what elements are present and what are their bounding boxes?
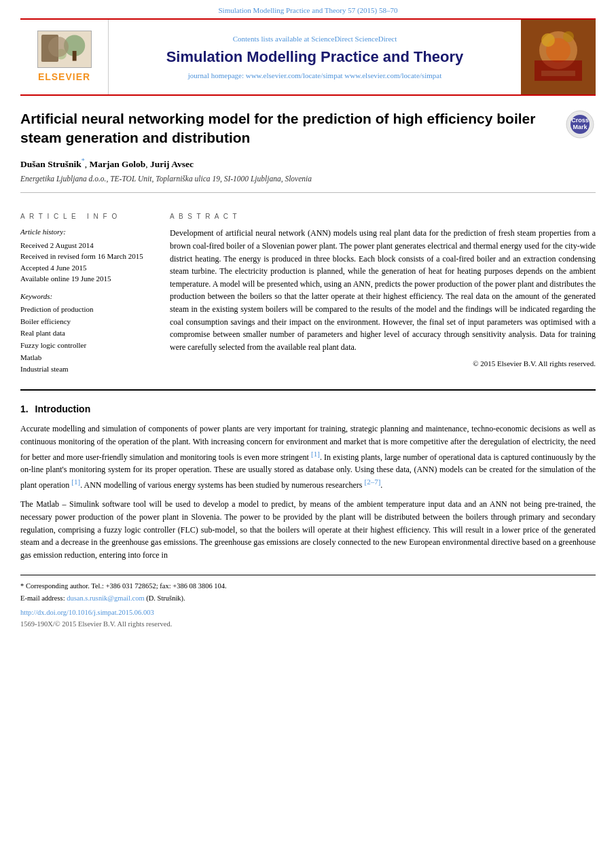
- article-info-abstract-section: A R T I C L E I N F O Article history: R…: [0, 205, 616, 382]
- abstract-text: Development of artificial neural network…: [170, 227, 596, 353]
- article-title: Artificial neural networking model for t…: [20, 109, 596, 147]
- article-info-label: A R T I C L E I N F O: [20, 212, 156, 221]
- svg-rect-2: [51, 40, 58, 61]
- svg-point-5: [56, 49, 67, 60]
- keywords-block: Keywords: Prediction of production Boile…: [20, 291, 156, 376]
- section-divider-thick: [20, 389, 596, 391]
- sciencedirect-text[interactable]: ScienceDirect: [355, 35, 397, 43]
- sciencedirect-link[interactable]: ScienceDirect: [311, 35, 353, 43]
- accepted-date: Accepted 4 June 2015: [20, 262, 156, 274]
- article-title-section: Cross Mark Artificial neural networking …: [0, 96, 616, 205]
- email-label: E-mail address:: [20, 594, 65, 602]
- author-3: Jurij Avsec: [150, 158, 194, 168]
- section-number: 1.: [20, 404, 29, 414]
- received-date: Received 2 August 2014: [20, 240, 156, 251]
- doi-link[interactable]: http://dx.doi.org/10.1016/j.simpat.2015.…: [20, 608, 596, 618]
- intro-paragraph-2: The Matlab – Simulink software tool will…: [20, 498, 596, 561]
- author-1: Dušan Strušnik: [20, 158, 81, 168]
- svg-rect-4: [72, 51, 76, 61]
- keyword-3: Real plant data: [20, 327, 156, 340]
- authors-line: Dušan Strušnik*, Marjan Golob, Jurij Avs…: [20, 156, 596, 171]
- keyword-5: Matlab: [20, 352, 156, 364]
- ref-2-7[interactable]: [2–7]: [365, 478, 381, 486]
- elsevier-logo-area: ELSEVIER: [20, 20, 109, 94]
- copyright-line: © 2015 Elsevier B.V. All rights reserved…: [170, 359, 596, 369]
- elsevier-wordmark: ELSEVIER: [38, 71, 90, 84]
- introduction-section: 1. Introduction Accurate modelling and s…: [20, 403, 596, 562]
- main-content: 1. Introduction Accurate modelling and s…: [0, 389, 616, 562]
- email-note: (D. Strušnik).: [146, 594, 185, 602]
- elsevier-logo-image: [37, 31, 92, 68]
- available-date: Available online 19 June 2015: [20, 273, 156, 285]
- ref-1[interactable]: [1]: [311, 450, 320, 458]
- ref-1b[interactable]: [1]: [71, 478, 80, 486]
- introduction-heading: 1. Introduction: [20, 403, 596, 416]
- email-address[interactable]: dusan.s.rusnik@gmail.com: [67, 594, 144, 602]
- email-line: E-mail address: dusan.s.rusnik@gmail.com…: [20, 594, 596, 604]
- journal-reference[interactable]: Simulation Modelling Practice and Theory…: [0, 0, 616, 18]
- keyword-1: Prediction of production: [20, 304, 156, 316]
- divider-1: [20, 192, 596, 193]
- history-label: Article history:: [20, 227, 156, 237]
- revised-date: Received in revised form 16 March 2015: [20, 251, 156, 262]
- keyword-6: Industrial steam: [20, 363, 156, 376]
- issn-line: 1569-190X/© 2015 Elsevier B.V. All right…: [20, 620, 596, 630]
- svg-text:Mark: Mark: [573, 124, 587, 130]
- intro-paragraph-1: Accurate modelling and simulation of com…: [20, 423, 596, 491]
- elsevier-logo: ELSEVIER: [37, 31, 92, 84]
- affiliation: Energetika Ljubljana d.o.o., TE-TOL Unit…: [20, 173, 596, 184]
- journal-title: Simulation Modelling Practice and Theory: [166, 47, 464, 68]
- abstract-label: A B S T R A C T: [170, 212, 596, 221]
- svg-point-11: [563, 31, 574, 42]
- keywords-label: Keywords:: [20, 291, 156, 302]
- section-title: Introduction: [35, 404, 91, 414]
- page-footer: * Corresponding author. Tel.: +386 031 7…: [20, 575, 596, 630]
- keyword-4: Fuzzy logic controller: [20, 340, 156, 352]
- homepage-url[interactable]: www.elsevier.com/locate/simpat: [246, 71, 343, 79]
- contents-available-line: Contents lists available at ScienceDirec…: [233, 34, 397, 44]
- crossmark-badge[interactable]: Cross Mark: [565, 109, 596, 140]
- journal-reference-text: Simulation Modelling Practice and Theory…: [218, 6, 397, 14]
- journal-header: ELSEVIER Contents lists available at Sci…: [20, 18, 596, 96]
- svg-rect-12: [541, 71, 575, 76]
- journal-homepage: journal homepage: www.elsevier.com/locat…: [188, 71, 441, 81]
- corresponding-note: * Corresponding author. Tel.: +386 031 7…: [20, 581, 596, 592]
- svg-rect-1: [41, 37, 49, 62]
- author-2: Marjan Golob: [89, 158, 145, 168]
- svg-point-10: [541, 33, 555, 47]
- journal-cover-image: [521, 20, 596, 94]
- article-info-column: A R T I C L E I N F O Article history: R…: [20, 212, 156, 375]
- keyword-2: Boiler efficiency: [20, 316, 156, 328]
- abstract-column: A B S T R A C T Development of artificia…: [170, 212, 596, 375]
- svg-text:Cross: Cross: [571, 117, 589, 124]
- journal-title-area: Contents lists available at ScienceDirec…: [109, 20, 521, 94]
- page: Simulation Modelling Practice and Theory…: [0, 0, 616, 841]
- article-history: Article history: Received 2 August 2014 …: [20, 227, 156, 284]
